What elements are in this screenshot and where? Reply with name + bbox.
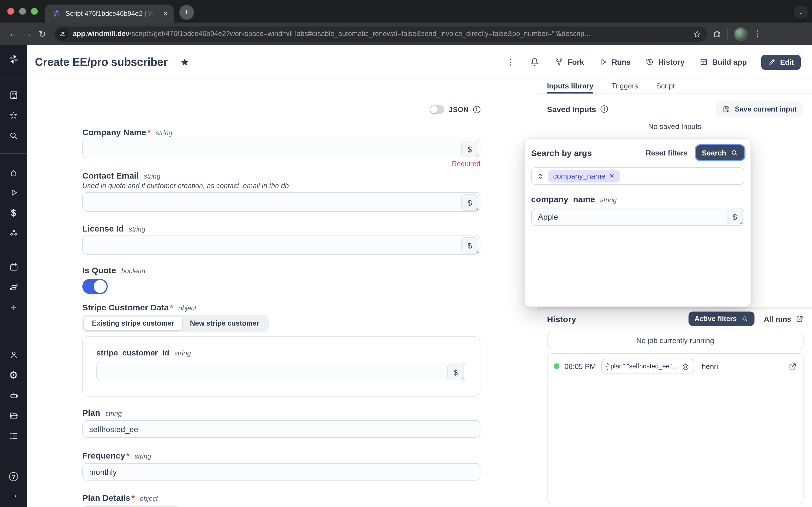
- resize-handle-icon[interactable]: [473, 247, 479, 253]
- browser-menu-icon[interactable]: ⋮: [753, 29, 762, 39]
- sidebar-collapse-arrow-icon[interactable]: →: [0, 490, 27, 499]
- reload-button[interactable]: ↻: [35, 29, 50, 39]
- info-icon[interactable]: i: [601, 105, 608, 113]
- forward-button[interactable]: →: [20, 29, 35, 39]
- history-button[interactable]: History: [645, 57, 684, 66]
- address-bar[interactable]: app.windmill.dev/scripts/get/476f1bdce46…: [54, 26, 707, 41]
- run-args-preview[interactable]: {"plan":"selfhosted_ee",... ◎: [601, 359, 694, 374]
- resize-handle-icon[interactable]: [473, 205, 479, 211]
- sidebar-item-home-icon[interactable]: ⌂: [0, 167, 27, 178]
- sidebar-item-runs-play-icon[interactable]: [0, 188, 27, 198]
- more-options-icon[interactable]: ⋮: [507, 57, 515, 67]
- saved-inputs-title-row: Saved Inputs i: [547, 105, 608, 114]
- chip-close-icon[interactable]: ✕: [609, 172, 614, 180]
- floppy-icon: [723, 105, 730, 113]
- sidebar-item-schedules-calendar-icon[interactable]: [0, 262, 27, 272]
- stripe-customer-id-input[interactable]: [97, 362, 466, 381]
- tab-close-icon[interactable]: ✕: [162, 9, 169, 18]
- fullscreen-window-button[interactable]: [31, 8, 38, 15]
- required-marker: *: [126, 451, 130, 460]
- plan-input-wrap: [82, 420, 480, 438]
- frequency-input[interactable]: [83, 464, 480, 480]
- app-sidebar: ☆ ⌂ $ + ⚙ ? →: [0, 45, 27, 507]
- resize-handle-icon[interactable]: [459, 374, 465, 380]
- url-text[interactable]: app.windmill.dev/scripts/get/476f1bdce46…: [73, 30, 689, 38]
- contact-email-input[interactable]: [83, 193, 480, 211]
- company-name-input-wrap: $: [82, 138, 480, 158]
- tab-new-stripe-customer[interactable]: New stripe customer: [182, 317, 267, 330]
- new-tab-button[interactable]: +: [179, 5, 194, 20]
- reset-filters-button[interactable]: Reset filters: [646, 149, 688, 157]
- tab-existing-stripe-customer[interactable]: Existing stripe customer: [84, 317, 182, 330]
- field-label: License Id: [82, 224, 124, 233]
- company-name-filter-input[interactable]: [532, 209, 744, 225]
- required-marker: *: [132, 493, 135, 503]
- sidebar-item-folders-icon[interactable]: [0, 411, 27, 420]
- save-current-input-button[interactable]: Save current input: [716, 101, 803, 117]
- sidebar-item-billing-dollar-icon[interactable]: $: [0, 208, 27, 218]
- search-button[interactable]: Search: [696, 145, 744, 160]
- active-filters-button[interactable]: Active filters: [688, 312, 754, 326]
- sidebar-item-help-icon[interactable]: ?: [0, 472, 27, 481]
- is-quote-toggle[interactable]: [82, 279, 108, 294]
- sidebar-item-flows-route-icon[interactable]: [0, 283, 27, 292]
- sidebar-item-settings-gear-icon[interactable]: ⚙: [0, 370, 27, 380]
- sidebar-item-user-icon[interactable]: [0, 350, 27, 360]
- license-id-input[interactable]: [83, 235, 480, 254]
- browser-tab[interactable]: Script 476f1bdce46b94e2 | W ✕: [45, 4, 174, 22]
- run-time: 06:05 PM: [564, 362, 596, 371]
- close-window-button[interactable]: [7, 8, 14, 15]
- stripe-customer-tabs: Existing stripe customer New stripe cust…: [82, 315, 269, 332]
- windmill-logo-icon[interactable]: [0, 54, 27, 65]
- company-name-input[interactable]: [83, 139, 480, 158]
- field-label: Frequency: [82, 451, 125, 460]
- no-saved-inputs-text: No saved Inputs: [538, 122, 812, 131]
- back-button[interactable]: ←: [6, 29, 20, 39]
- sidebar-item-search-icon[interactable]: [0, 131, 27, 140]
- required-marker: *: [170, 302, 173, 312]
- profile-avatar[interactable]: [733, 27, 748, 41]
- resize-handle-icon[interactable]: [473, 151, 479, 157]
- sidebar-item-logs-list-icon[interactable]: [0, 431, 27, 441]
- filter-chip-company-name[interactable]: company_name ✕: [548, 170, 619, 182]
- field-label-row: Is Quote boolean: [82, 265, 480, 277]
- run-row[interactable]: 06:05 PM {"plan":"selfhosted_ee",... ◎ h…: [554, 359, 797, 374]
- build-app-button[interactable]: Build app: [699, 57, 747, 66]
- sidebar-item-create-plus-icon[interactable]: +: [0, 302, 27, 313]
- script-header: Create EE/pro subscriber ⋮ Fork Runs His…: [27, 45, 812, 79]
- tab-script[interactable]: Script: [656, 79, 675, 94]
- extensions-icon[interactable]: [713, 29, 722, 38]
- sidebar-item-resources-cubes-icon[interactable]: [0, 228, 27, 238]
- resize-handle-icon[interactable]: [737, 219, 743, 225]
- field-type: object: [140, 495, 158, 503]
- json-toggle[interactable]: [429, 105, 444, 114]
- field-label: stripe_customer_id: [96, 348, 169, 357]
- favorite-star-icon[interactable]: [180, 57, 190, 67]
- run-user: henri: [702, 362, 718, 371]
- bookmark-star-icon[interactable]: [693, 30, 702, 38]
- field-type: object: [178, 304, 196, 312]
- sidebar-item-workers-robot-icon[interactable]: [0, 391, 27, 400]
- browser-toolbar: ← → ↻ app.windmill.dev/scripts/get/476f1…: [0, 22, 812, 45]
- runs-button[interactable]: Runs: [599, 57, 631, 66]
- info-icon[interactable]: i: [473, 106, 480, 113]
- all-runs-link[interactable]: All runs: [764, 315, 804, 323]
- site-settings-icon[interactable]: [56, 28, 68, 40]
- view-args-eye-icon[interactable]: ◎: [682, 362, 689, 371]
- tab-triggers[interactable]: Triggers: [612, 79, 638, 94]
- tab-search-chevron-icon[interactable]: ⌄: [794, 6, 808, 18]
- sidebar-item-favorites-star-icon[interactable]: ☆: [0, 111, 27, 120]
- open-run-external-icon[interactable]: [788, 362, 797, 371]
- field-label-row: Plan string: [82, 408, 480, 419]
- edit-button[interactable]: Edit: [762, 54, 801, 69]
- plan-input[interactable]: [83, 421, 480, 437]
- notifications-bell-icon[interactable]: [530, 57, 540, 67]
- chevron-up-down-icon: [536, 172, 544, 180]
- minimize-window-button[interactable]: [19, 8, 26, 15]
- no-job-banner: No job currently running: [547, 332, 804, 349]
- tab-inputs-library[interactable]: Inputs library: [547, 79, 594, 94]
- field-label-row: License Id string: [82, 224, 480, 235]
- sidebar-item-workspace-icon[interactable]: [0, 91, 27, 100]
- args-filter-combobox[interactable]: company_name ✕: [531, 167, 744, 185]
- fork-button[interactable]: Fork: [555, 57, 584, 66]
